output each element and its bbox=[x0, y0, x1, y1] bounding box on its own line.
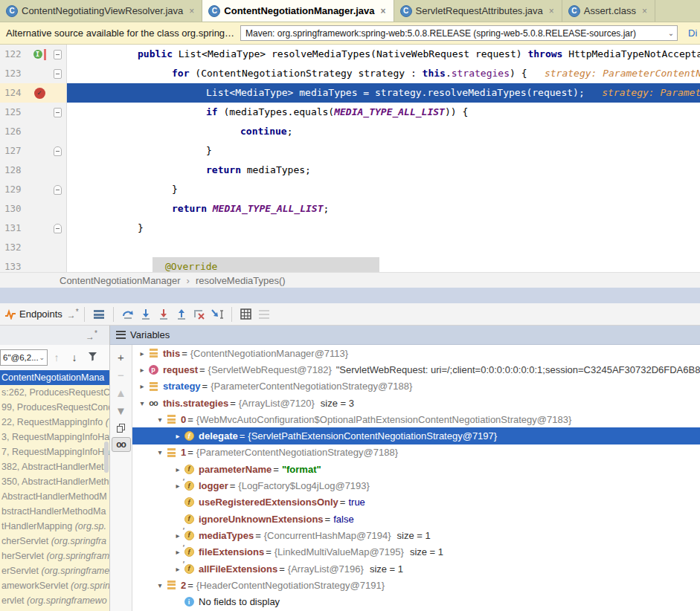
filter-frames-button[interactable] bbox=[83, 352, 101, 363]
tab-ContentNegotiationManager.java[interactable]: CContentNegotiationManager.java× bbox=[202, 0, 394, 22]
move-down-button[interactable]: ▼ bbox=[113, 401, 129, 419]
stack-frame-row[interactable]: ervlet (org.springframewo bbox=[0, 593, 109, 608]
variable-row[interactable]: ▾1={ParameterContentNegotiationStrategy@… bbox=[132, 444, 700, 461]
variable-row[interactable]: ▸fmediaTypes={ConcurrentHashMap@7194}siz… bbox=[132, 527, 700, 543]
frame-up-button[interactable]: ↑ bbox=[48, 352, 65, 363]
variable-row[interactable]: ▸fparameterName="format" bbox=[132, 461, 700, 477]
variable-row[interactable]: ▸this={ContentNegotiationManager@7113} bbox=[132, 345, 700, 361]
debugger-menu-button[interactable] bbox=[90, 306, 108, 323]
variables-panel-header[interactable]: Variables bbox=[110, 326, 700, 345]
fold-marker[interactable] bbox=[54, 50, 62, 59]
fold-marker[interactable] bbox=[54, 146, 62, 156]
editor-line-130[interactable]: 130return MEDIA_TYPE_ALL_LIST; bbox=[0, 199, 700, 219]
editor-line-125[interactable]: 125if (mediaTypes.equals(MEDIA_TYPE_ALL_… bbox=[0, 103, 700, 122]
tab-close-icon[interactable]: × bbox=[549, 6, 554, 16]
implemented-method-icon[interactable]: I bbox=[33, 50, 42, 59]
tab-ServletRequestAttributes.java[interactable]: CServletRequestAttributes.java× bbox=[394, 0, 562, 22]
editor-line-127[interactable]: 127} bbox=[0, 141, 700, 161]
frame-down-button[interactable]: ↓ bbox=[65, 352, 83, 363]
stack-frame-row[interactable]: ContentNegotiationMana bbox=[0, 370, 109, 385]
pin-icon[interactable]: →* bbox=[86, 329, 97, 342]
editor-line-133[interactable]: 133@Override bbox=[0, 257, 700, 272]
expand-arrow-icon[interactable]: ▸ bbox=[173, 465, 183, 473]
variable-row[interactable]: ▸flogger={LogFactory$Log4jLog@7193} bbox=[132, 477, 700, 494]
stack-frame-row[interactable]: herServlet (org.springfram bbox=[0, 549, 109, 563]
tab-endpoints[interactable]: Endpoints bbox=[19, 308, 62, 320]
editor-line-123[interactable]: 123for (ContentNegotiationStrategy strat… bbox=[0, 64, 700, 83]
variable-row[interactable]: ▸ffileExtensions={LinkedMultiValueMap@71… bbox=[132, 544, 700, 560]
tab-ContentNegotiatingViewResolver.java[interactable]: CContentNegotiatingViewResolver.java× bbox=[0, 0, 202, 22]
tab-close-icon[interactable]: × bbox=[189, 6, 194, 16]
fold-marker[interactable] bbox=[54, 185, 62, 195]
collapse-arrow-icon[interactable]: ▾ bbox=[155, 581, 165, 589]
pin-icon[interactable]: →* bbox=[67, 308, 79, 320]
expand-arrow-icon[interactable]: ▸ bbox=[173, 531, 183, 540]
variables-tree[interactable]: ▸this={ContentNegotiationManager@7113}▸p… bbox=[132, 345, 700, 611]
duplicate-button[interactable] bbox=[113, 419, 129, 437]
editor-line-128[interactable]: 128return mediaTypes; bbox=[0, 161, 700, 180]
stack-frame-row[interactable]: bstractHandlerMethodMa bbox=[0, 504, 109, 519]
editor-line-126[interactable]: 126continue; bbox=[0, 122, 700, 141]
expand-arrow-icon[interactable]: ▸ bbox=[137, 382, 147, 390]
code-editor[interactable]: 122Ipublic List<MediaType> resolveMediaT… bbox=[0, 45, 700, 272]
stack-frame-row[interactable]: 7, RequestMappingInfoHa bbox=[0, 444, 109, 459]
stack-frame-row[interactable]: 350, AbstractHandlerMetho bbox=[0, 474, 109, 489]
expand-arrow-icon[interactable]: ▸ bbox=[173, 482, 183, 490]
editor-line-131[interactable]: 131} bbox=[0, 219, 700, 238]
run-to-cursor-button[interactable] bbox=[208, 306, 226, 323]
drop-frame-button[interactable] bbox=[190, 306, 208, 323]
variable-row[interactable]: iNo fields to display bbox=[132, 593, 700, 610]
stack-frame-row[interactable]: 3, RequestMappingInfoHa bbox=[0, 430, 109, 444]
variable-row[interactable]: ▾2={HeaderContentNegotiationStrategy@719… bbox=[132, 577, 700, 593]
collapse-arrow-icon[interactable]: ▾ bbox=[137, 399, 147, 407]
variable-row[interactable]: ▸fallFileExtensions={ArrayList@7196}size… bbox=[132, 560, 700, 577]
stack-frame-row[interactable]: ameworkServlet (org.sprin bbox=[0, 578, 109, 593]
stack-frame-row[interactable]: 382, AbstractHandlerMeth bbox=[0, 459, 109, 474]
tab-Assert.class[interactable]: CAssert.class× bbox=[562, 0, 655, 22]
expand-arrow-icon[interactable]: ▸ bbox=[173, 432, 183, 440]
variable-row[interactable]: ▾0={WebMvcAutoConfiguration$OptionalPath… bbox=[132, 411, 700, 427]
fold-marker[interactable] bbox=[54, 224, 62, 233]
tab-close-icon[interactable]: × bbox=[381, 6, 386, 16]
frames-scrollbar[interactable] bbox=[104, 442, 109, 473]
evaluate-expression-button[interactable] bbox=[237, 306, 255, 323]
step-into-button[interactable] bbox=[137, 306, 155, 323]
add-watch-button[interactable]: + bbox=[113, 348, 129, 366]
editor-line-122[interactable]: 122Ipublic List<MediaType> resolveMediaT… bbox=[0, 45, 700, 64]
editor-line-132[interactable]: 132 bbox=[0, 238, 700, 257]
force-step-into-button[interactable] bbox=[155, 306, 173, 323]
stack-frame-row[interactable]: tHandlerMapping (org.sp. bbox=[0, 519, 109, 534]
variable-row[interactable]: ▸prequest={ServletWebRequest@7182}"Servl… bbox=[132, 361, 700, 378]
breadcrumb-method[interactable]: resolveMediaTypes() bbox=[196, 275, 286, 286]
step-over-button[interactable] bbox=[119, 306, 137, 323]
breadcrumb-class[interactable]: ContentNegotiationManager bbox=[60, 275, 181, 286]
tab-close-icon[interactable]: × bbox=[642, 6, 647, 16]
expand-arrow-icon[interactable]: ▸ bbox=[173, 548, 183, 556]
stack-frame-row[interactable]: 22, RequestMappingInfo ( bbox=[0, 415, 109, 430]
stack-frame-row[interactable]: erServlet (org.springframe bbox=[0, 563, 109, 578]
variable-row[interactable]: fignoreUnknownExtensions=false bbox=[132, 511, 700, 527]
stack-frame-row[interactable]: 99, ProducesRequestCond bbox=[0, 400, 109, 415]
variable-row[interactable]: ▾oothis.strategies={ArrayList@7120}size … bbox=[132, 395, 700, 411]
variable-row[interactable]: ▸fdelegate={ServletPathExtensionContentN… bbox=[132, 427, 700, 444]
expand-arrow-icon[interactable]: ▸ bbox=[173, 565, 183, 573]
show-watches-toggle[interactable]: oo bbox=[112, 437, 131, 452]
expand-arrow-icon[interactable]: ▸ bbox=[137, 366, 147, 374]
sources-jar-dropdown[interactable]: Maven: org.springframework:spring-web:5.… bbox=[240, 25, 678, 41]
editor-line-129[interactable]: 129} bbox=[0, 180, 700, 199]
frames-list[interactable]: ContentNegotiationManas:262, ProducesReq… bbox=[0, 370, 109, 611]
collapse-arrow-icon[interactable]: ▾ bbox=[155, 448, 165, 456]
stack-frame-row[interactable]: cherServlet (org.springfra bbox=[0, 534, 109, 549]
stack-frame-row[interactable]: s:262, ProducesRequestCo bbox=[0, 385, 109, 400]
step-out-button[interactable] bbox=[173, 306, 190, 323]
collapse-arrow-icon[interactable]: ▾ bbox=[155, 416, 165, 424]
breakpoint-icon[interactable]: ✓ bbox=[34, 88, 45, 99]
fold-marker[interactable] bbox=[54, 108, 62, 117]
expand-arrow-icon[interactable]: ▸ bbox=[137, 349, 147, 358]
stack-frame-row[interactable]: AbstractHandlerMethodM bbox=[0, 489, 109, 504]
disable-link[interactable]: Di bbox=[688, 28, 697, 39]
editor-line-124[interactable]: 124✓List<MediaType> mediaTypes = strateg… bbox=[0, 83, 700, 103]
fold-marker[interactable] bbox=[54, 69, 62, 79]
variable-row[interactable]: fuseRegisteredExtensionsOnly=true bbox=[132, 494, 700, 511]
variable-row[interactable]: ▸strategy={ParameterContentNegotiationSt… bbox=[132, 378, 700, 395]
